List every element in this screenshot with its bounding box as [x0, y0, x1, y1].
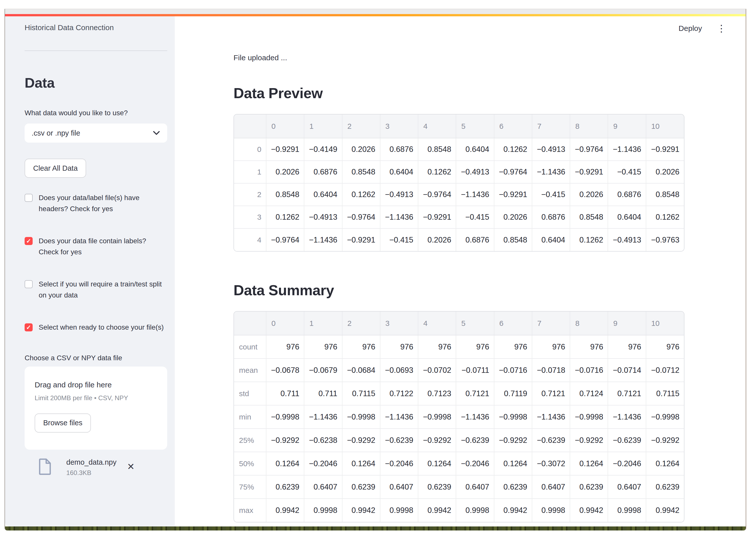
- column-header[interactable]: 8: [570, 114, 608, 138]
- table-cell[interactable]: 0.1262: [646, 206, 684, 228]
- table-cell[interactable]: −1.1436: [532, 405, 570, 429]
- column-header[interactable]: 4: [418, 311, 456, 335]
- row-index[interactable]: 1: [234, 161, 266, 183]
- table-cell[interactable]: −0.9292: [342, 429, 380, 452]
- row-index[interactable]: min: [234, 405, 266, 429]
- checkbox-train-test-split-box[interactable]: [24, 280, 33, 288]
- table-cell[interactable]: 976: [532, 335, 570, 358]
- column-header[interactable]: 2: [342, 311, 380, 335]
- table-cell[interactable]: −0.6239: [456, 429, 494, 452]
- table-cell[interactable]: −0.9764: [570, 138, 608, 161]
- table-cell[interactable]: 976: [342, 335, 380, 358]
- table-cell[interactable]: 0.6407: [304, 475, 342, 499]
- browse-files-button[interactable]: Browse files: [35, 413, 91, 433]
- data-source-select[interactable]: .csv or .npy file: [24, 124, 167, 143]
- table-cell[interactable]: −0.0678: [266, 358, 304, 382]
- table-cell[interactable]: −1.1436: [456, 183, 494, 206]
- table-cell[interactable]: 0.6876: [456, 228, 494, 251]
- table-cell[interactable]: 0.9942: [418, 499, 456, 522]
- table-cell[interactable]: 0.6239: [570, 475, 608, 499]
- table-cell[interactable]: −0.6239: [380, 429, 418, 452]
- table-cell[interactable]: 0.6876: [304, 161, 342, 183]
- table-cell[interactable]: −0.415: [532, 183, 570, 206]
- data-preview-table[interactable]: 0123456789100−0.9291−0.41490.20260.68760…: [233, 114, 685, 252]
- table-cell[interactable]: 0.6404: [608, 206, 646, 228]
- checkbox-headers-box[interactable]: [24, 194, 33, 202]
- table-cell[interactable]: 0.9942: [266, 499, 304, 522]
- table-cell[interactable]: 0.6407: [456, 475, 494, 499]
- column-header[interactable]: 0: [266, 114, 304, 138]
- table-cell[interactable]: 0.7121: [456, 382, 494, 405]
- table-cell[interactable]: −0.6239: [608, 429, 646, 452]
- column-header[interactable]: 6: [494, 114, 532, 138]
- table-cell[interactable]: 0.2026: [494, 206, 532, 228]
- corner-cell[interactable]: [234, 311, 266, 335]
- table-cell[interactable]: 0.6404: [456, 138, 494, 161]
- table-cell[interactable]: −1.1436: [380, 206, 418, 228]
- table-cell[interactable]: 0.1264: [342, 452, 380, 475]
- table-cell[interactable]: −1.1436: [380, 405, 418, 429]
- table-cell[interactable]: 0.9942: [646, 499, 684, 522]
- table-cell[interactable]: 0.6404: [532, 228, 570, 251]
- table-cell[interactable]: −0.415: [608, 161, 646, 183]
- table-cell[interactable]: 0.9942: [342, 499, 380, 522]
- table-cell[interactable]: −1.1436: [304, 405, 342, 429]
- table-cell[interactable]: 0.6407: [380, 475, 418, 499]
- table-cell[interactable]: −0.9763: [646, 228, 684, 251]
- row-index[interactable]: 3: [234, 206, 266, 228]
- column-header[interactable]: 1: [304, 311, 342, 335]
- table-cell[interactable]: −0.9291: [570, 161, 608, 183]
- table-cell[interactable]: 0.6876: [608, 183, 646, 206]
- table-cell[interactable]: 976: [494, 335, 532, 358]
- table-cell[interactable]: 0.2026: [418, 228, 456, 251]
- table-cell[interactable]: 0.1262: [342, 183, 380, 206]
- table-cell[interactable]: −0.9291: [494, 183, 532, 206]
- table-cell[interactable]: 0.9998: [532, 499, 570, 522]
- table-cell[interactable]: 0.9998: [380, 499, 418, 522]
- column-header[interactable]: 7: [532, 114, 570, 138]
- data-summary-table[interactable]: 012345678910count97697697697697697697697…: [233, 311, 685, 522]
- table-cell[interactable]: 0.6239: [646, 475, 684, 499]
- table-cell[interactable]: 976: [304, 335, 342, 358]
- table-cell[interactable]: −0.0714: [608, 358, 646, 382]
- table-cell[interactable]: 0.7115: [342, 382, 380, 405]
- row-index[interactable]: 4: [234, 228, 266, 251]
- column-header[interactable]: 3: [380, 311, 418, 335]
- row-index[interactable]: 2: [234, 183, 266, 206]
- table-cell[interactable]: 0.6876: [380, 138, 418, 161]
- table-cell[interactable]: −0.9291: [266, 138, 304, 161]
- row-index[interactable]: count: [234, 335, 266, 358]
- table-cell[interactable]: −1.1436: [304, 228, 342, 251]
- column-header[interactable]: 1: [304, 114, 342, 138]
- column-header[interactable]: 9: [608, 114, 646, 138]
- table-cell[interactable]: −0.9291: [646, 138, 684, 161]
- table-cell[interactable]: −0.2046: [456, 452, 494, 475]
- table-cell[interactable]: 0.8548: [342, 161, 380, 183]
- table-cell[interactable]: −0.6239: [532, 429, 570, 452]
- table-cell[interactable]: 0.2026: [342, 138, 380, 161]
- table-cell[interactable]: −0.6238: [304, 429, 342, 452]
- table-cell[interactable]: 0.2026: [570, 183, 608, 206]
- table-cell[interactable]: 0.9942: [570, 499, 608, 522]
- table-cell[interactable]: 0.1262: [418, 161, 456, 183]
- row-index[interactable]: 25%: [234, 429, 266, 452]
- table-cell[interactable]: 0.7124: [570, 382, 608, 405]
- table-cell[interactable]: −1.1436: [532, 161, 570, 183]
- table-cell[interactable]: 0.6404: [380, 161, 418, 183]
- table-cell[interactable]: −0.9998: [646, 405, 684, 429]
- table-cell[interactable]: 976: [608, 335, 646, 358]
- table-cell[interactable]: −0.415: [380, 228, 418, 251]
- table-cell[interactable]: −0.0702: [418, 358, 456, 382]
- deploy-button[interactable]: Deploy: [679, 24, 702, 33]
- clear-all-data-button[interactable]: Clear All Data: [24, 159, 86, 178]
- table-cell[interactable]: −0.3072: [532, 452, 570, 475]
- table-cell[interactable]: 0.9998: [304, 499, 342, 522]
- table-cell[interactable]: 0.6239: [418, 475, 456, 499]
- row-index[interactable]: std: [234, 382, 266, 405]
- table-cell[interactable]: 0.8548: [570, 206, 608, 228]
- checkbox-ready-choose-files[interactable]: ✓ Select when ready to choose your file(…: [24, 322, 167, 333]
- table-cell[interactable]: −0.9998: [494, 405, 532, 429]
- table-cell[interactable]: 0.1262: [494, 138, 532, 161]
- table-cell[interactable]: −0.9292: [266, 429, 304, 452]
- table-cell[interactable]: 0.711: [266, 382, 304, 405]
